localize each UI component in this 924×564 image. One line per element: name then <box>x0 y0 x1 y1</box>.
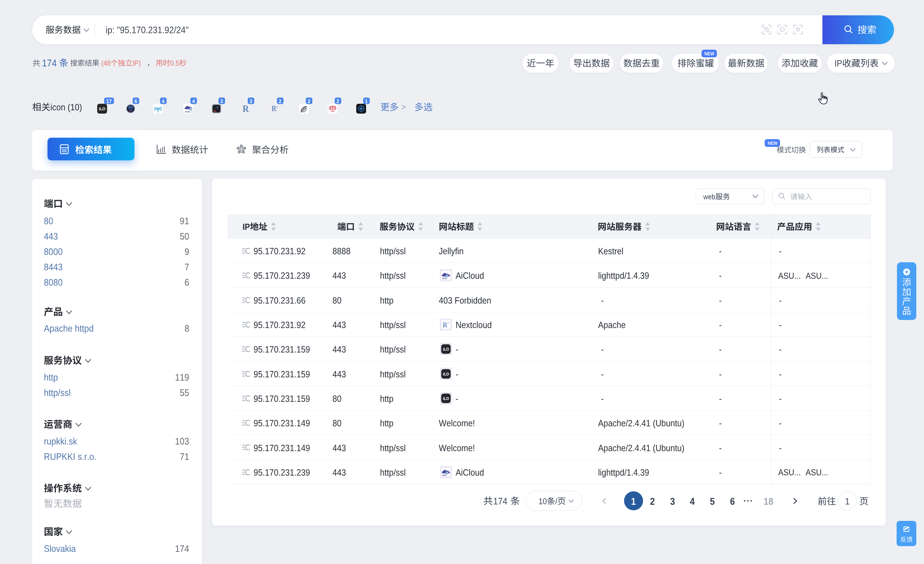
svg-text:R: R <box>443 321 448 329</box>
svg-text:iLO: iLO <box>443 347 449 351</box>
svg-text:iLO: iLO <box>99 106 106 111</box>
svg-text:Cloud: Cloud <box>189 111 194 113</box>
svg-text:R: R <box>272 105 277 112</box>
svg-text:iLO: iLO <box>443 397 449 401</box>
svg-text:ASUS: ASUS <box>442 278 447 279</box>
svg-text:iLO: iLO <box>443 372 449 376</box>
svg-text:ASUS: ASUS <box>442 474 447 476</box>
svg-text:R: R <box>243 104 249 114</box>
